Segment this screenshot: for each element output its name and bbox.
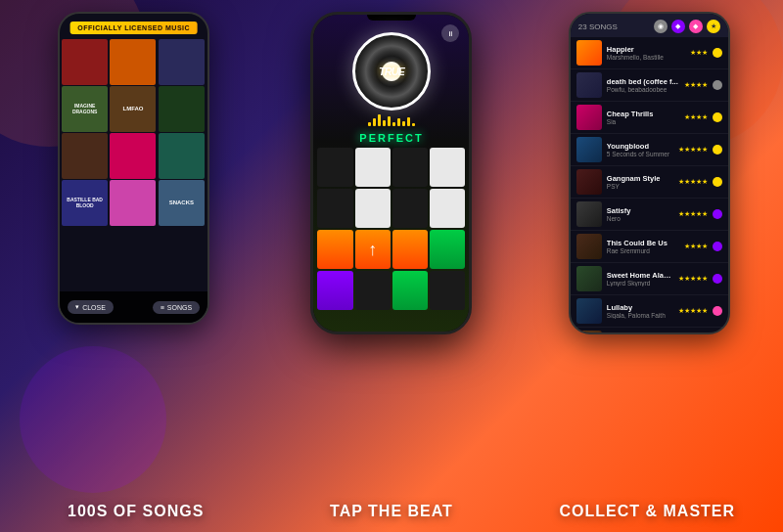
gem-icon [713,306,722,316]
song-info: Youngblood 5 Seconds of Summer [607,142,673,157]
gem-icon [713,80,722,90]
song-stars: ★★★ [690,49,708,57]
beat-label-text: TAP THE BEAT [263,502,519,520]
list-item[interactable]: Gangnam Style PSY ★★★★★ [571,166,728,199]
star-gold-icon[interactable]: ★ [707,20,720,33]
official-badge: OFFICIALLY LICENSED MUSIC [69,22,198,34]
song-info: Sweet Home Alabama Lynyrd Skynyrd [607,271,673,287]
game-screen: ⏸ TRUE [313,15,469,332]
list-item[interactable]: This Could Be Us Rae Sremmurd ★★★★ [571,231,728,263]
eq-bar [383,120,386,126]
tile[interactable] [355,189,391,228]
song-artist: 5 Seconds of Summer [607,151,673,157]
song-list: Happier Marshmello, Bastille ★★★ death b… [571,37,728,334]
equalizer [368,114,415,126]
bottom-labels: 100S OF SONGS TAP THE BEAT COLLECT & MAS… [0,466,783,532]
label-collect: COLLECT & MASTER [520,502,775,520]
tile-arrow[interactable]: ↑ [355,230,391,269]
song-stars: ★★★★★ [678,307,708,315]
tile[interactable] [430,189,465,228]
song-artist: Sigala, Paloma Faith [607,312,673,319]
song-title: Youngblood [607,142,673,151]
song-artist: Marshmello, Bastille [607,54,685,61]
album-thumb [110,133,156,179]
tile[interactable] [355,148,391,187]
song-thumbnail [576,40,602,66]
phone-frame-left: OFFICIALLY LICENSED MUSIC IMAGINE DRAGON… [58,12,209,325]
song-thumbnail [576,105,602,130]
song-artist: Lynyrd Skynyrd [607,280,673,287]
vinyl-record: TRUE [352,32,431,111]
tile[interactable] [430,230,465,269]
album-cell [159,86,205,132]
song-stars: ★★★★★ [678,275,708,283]
songs-label: SONGS [167,304,192,311]
album-thumb: IMAGINE DRAGONS [62,86,108,132]
panel-songs: OFFICIALLY LICENSED MUSIC IMAGINE DRAGON… [8,12,259,466]
song-title: Satisfy [607,206,673,215]
gem-pink-icon[interactable]: ◆ [689,20,703,33]
tile[interactable] [392,230,428,269]
close-button[interactable]: ▾ CLOSE [68,300,114,314]
songs-count: 23 SONGS [578,22,618,31]
album-cell: LMFAO [110,86,156,132]
album-cell: BASTILLE BAD BLOOD [62,180,108,226]
main-container: OFFICIALLY LICENSED MUSIC IMAGINE DRAGON… [0,0,783,532]
eq-bar [392,122,395,126]
tile[interactable] [317,271,352,310]
collect-label-text: COLLECT & MASTER [520,502,775,520]
tile[interactable] [392,148,428,187]
perfect-text: PERFECT [359,132,423,144]
tile[interactable] [392,189,428,228]
tile[interactable] [430,148,465,187]
song-info: Happier Marshmello, Bastille [607,45,685,61]
list-item[interactable]: Satisfy Nero ★★★★★ [571,199,728,231]
album-thumb: BASTILLE BAD BLOOD [62,180,108,226]
tile[interactable] [430,271,465,310]
panel-collect: 23 SONGS ◉ ◆ ◆ ★ Happier Marshmello, Bas… [524,12,775,466]
list-item[interactable]: death bed (coffee f... Powfu, beabadoobe… [571,69,728,102]
tile[interactable] [317,189,352,228]
notch [367,15,416,21]
song-stars: ★★★★ [684,243,708,250]
songs-label-text: 100S OF SONGS [8,502,263,520]
tile-grid: ↑ [313,148,469,310]
gem-purple-icon[interactable]: ◆ [671,20,685,33]
tile[interactable] [317,230,352,269]
eq-bar [368,122,371,126]
song-thumbnail [576,298,602,324]
list-item[interactable]: Cheap Thrills Sia ★★★★ [571,102,728,134]
album-cell [159,133,205,179]
list-item[interactable]: Lullaby Sigala, Paloma Faith ★★★★★ [571,295,728,328]
tile[interactable] [317,148,352,187]
song-title: Happier [607,45,685,54]
tile[interactable] [355,271,391,310]
panel-gameplay: ⏸ TRUE [265,12,517,466]
album-cell [62,39,108,85]
album-cell [110,39,156,85]
phone-frame-center: ⏸ TRUE [310,12,472,334]
label-beat: TAP THE BEAT [263,502,519,520]
list-item[interactable]: Youngblood 5 Seconds of Summer ★★★★★ [571,134,728,166]
song-thumbnail [576,72,602,98]
menu-icon: ≡ [161,304,164,311]
song-thumbnail [576,169,602,195]
gem-icon [713,274,722,284]
album-thumb: SNACKS [159,180,205,226]
song-thumbnail [576,266,602,291]
eq-bar [412,123,415,126]
list-item[interactable]: Happier Marshmello, Bastille ★★★ [571,37,728,69]
eq-bar [388,116,391,126]
song-thumbnail [576,331,602,334]
songs-button[interactable]: ≡ SONGS [153,301,200,314]
tile[interactable] [392,271,428,310]
sort-icon[interactable]: ◉ [654,20,668,33]
list-item[interactable]: Sweet Home Alabama Lynyrd Skynyrd ★★★★★ [571,263,728,295]
songs-header: 23 SONGS ◉ ◆ ◆ ★ [571,14,728,37]
pause-button[interactable]: ⏸ [441,24,459,42]
gem-icon [713,145,722,155]
song-title: Gangnam Style [607,174,673,183]
gem-icon [713,48,722,58]
list-item[interactable]: Panini Lil Nas X ★★★★★ [571,328,728,334]
album-cell [62,133,108,179]
